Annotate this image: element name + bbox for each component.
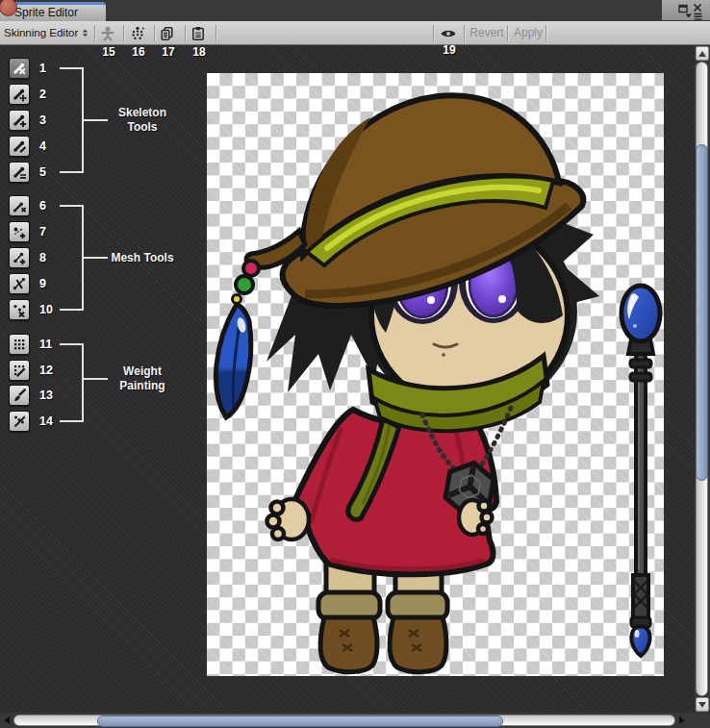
edit-joints-button[interactable] — [9, 84, 30, 105]
character-sprite — [207, 73, 664, 676]
copy-button[interactable] — [155, 24, 180, 43]
weight-brush-icon — [12, 388, 27, 403]
right-arrow-icon — [679, 716, 685, 724]
create-bone-button[interactable] — [9, 110, 30, 131]
annotation-group-label: Mesh Tools — [102, 251, 183, 265]
window-controls — [662, 0, 710, 20]
edit-geometry-button[interactable] — [9, 299, 30, 320]
tool-number-label: 10 — [39, 303, 53, 316]
tool-number-label: 3 — [39, 113, 46, 127]
weight-slider-button[interactable] — [9, 360, 30, 381]
auto-geometry-button[interactable] — [9, 195, 30, 216]
split-bone-button[interactable] — [9, 136, 30, 157]
split-edge-button[interactable] — [9, 273, 30, 294]
paste-button[interactable] — [186, 24, 211, 43]
left-arrow-icon — [4, 716, 10, 724]
annotation-bracket-line — [60, 171, 84, 173]
revert-button[interactable]: Revert — [468, 26, 506, 39]
create-edge-icon — [12, 250, 27, 265]
tool-number-label: 12 — [39, 364, 53, 377]
annotation-bracket-line — [60, 205, 84, 207]
scroll-down-button[interactable] — [696, 697, 709, 712]
annotation-group-label: SkeletonTools — [102, 106, 183, 135]
split-edge-icon — [12, 276, 27, 291]
tab-menu-icon[interactable] — [685, 13, 702, 21]
create-vertex-icon — [12, 224, 27, 239]
tool-number-label: 4 — [39, 139, 46, 153]
edit-joints-icon — [12, 87, 27, 102]
auto-geometry-icon — [12, 198, 27, 213]
editor-mode-dropdown[interactable]: Skinning Editor — [4, 24, 92, 42]
scroll-right-button[interactable] — [679, 716, 685, 724]
horizontal-scroll-track[interactable] — [13, 715, 675, 726]
annotation-number-17: 17 — [157, 45, 180, 59]
close-window-icon[interactable] — [693, 3, 702, 13]
title-bar: Sprite Editor — [0, 0, 710, 21]
annotation-number-18: 18 — [188, 45, 211, 59]
reset-pose-icon — [99, 25, 116, 42]
staff-sprite — [621, 286, 660, 656]
auto-weights-icon — [12, 337, 27, 352]
edit-geometry-icon — [12, 302, 27, 317]
tab-title: Sprite Editor — [14, 6, 78, 19]
scroll-left-button[interactable] — [4, 716, 10, 724]
tool-number-label: 7 — [39, 225, 46, 238]
scroll-up-button[interactable] — [696, 46, 709, 61]
annotation-bracket-line — [60, 67, 84, 69]
up-arrow-icon — [698, 51, 706, 57]
apply-button[interactable]: Apply — [511, 26, 545, 39]
visibility-eye-icon — [440, 25, 457, 42]
reset-pose-button[interactable] — [95, 24, 120, 43]
tool-number-label: 8 — [39, 251, 46, 264]
character-outline-icon — [129, 25, 146, 42]
annotation-number-19: 19 — [438, 43, 461, 57]
annotation-bracket-line — [60, 309, 84, 311]
paste-icon — [190, 25, 207, 42]
horizontal-scrollbar — [0, 713, 710, 728]
preview-pose-icon — [12, 61, 27, 76]
create-vertex-button[interactable] — [9, 221, 30, 242]
tool-number-label: 13 — [39, 389, 53, 402]
horizontal-scroll-thumb[interactable] — [97, 715, 503, 727]
weight-slider-icon — [12, 363, 27, 378]
create-edge-button[interactable] — [9, 247, 30, 268]
sprite-canvas[interactable] — [207, 73, 664, 676]
vertical-scroll-thumb[interactable] — [696, 144, 708, 481]
preview-pose-button[interactable] — [9, 58, 30, 79]
annotation-group-label: WeightPainting — [102, 364, 183, 393]
annotation-bracket-line — [60, 420, 84, 422]
tool-number-label: 11 — [39, 338, 52, 351]
bone-influence-icon — [12, 414, 27, 429]
auto-weights-button[interactable] — [9, 334, 30, 355]
tool-number-label: 14 — [39, 414, 53, 428]
bone-influence-button[interactable] — [9, 411, 30, 432]
split-bone-icon — [12, 138, 27, 154]
down-arrow-icon — [698, 702, 706, 708]
annotation-bracket-line — [60, 343, 84, 345]
updown-caret-icon — [82, 29, 89, 38]
create-bone-icon — [12, 113, 27, 128]
reparent-bone-button[interactable] — [9, 162, 30, 183]
tool-number-label: 5 — [39, 165, 46, 179]
visibility-button[interactable] — [436, 24, 461, 43]
copy-icon — [159, 25, 176, 42]
weight-brush-button[interactable] — [9, 385, 30, 406]
tool-number-label: 9 — [39, 277, 46, 290]
editor-mode-value: Skinning Editor — [4, 27, 78, 38]
annotation-number-15: 15 — [97, 45, 120, 59]
annotation-bracket-line — [82, 343, 84, 422]
tool-number-label: 6 — [39, 199, 46, 213]
tool-number-label: 2 — [39, 88, 46, 101]
sprite-editor-window: Sprite Editor Skinning Editor — [0, 0, 710, 728]
reparent-bone-icon — [12, 164, 27, 180]
tool-number-label: 1 — [39, 62, 46, 75]
vertical-scrollbar — [695, 45, 710, 713]
annotation-number-16: 16 — [127, 45, 150, 59]
character-outline-button[interactable] — [125, 24, 150, 43]
main-toolbar: Skinning Editor Revert Apply — [0, 21, 710, 45]
